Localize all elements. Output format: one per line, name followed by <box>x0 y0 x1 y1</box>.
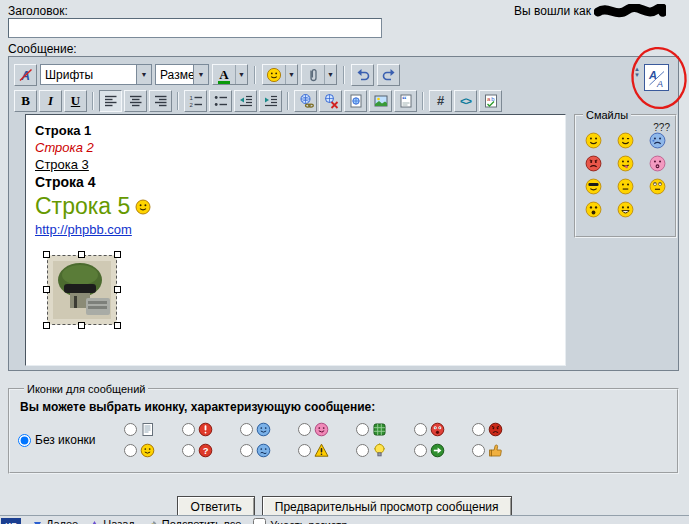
post-icon-eek-red-radio[interactable] <box>414 423 427 436</box>
indent-button[interactable] <box>259 90 282 112</box>
title-input[interactable] <box>8 18 382 38</box>
post-icon-arrow-green-radio[interactable] <box>414 444 427 457</box>
smiley-neutral[interactable] <box>617 178 634 195</box>
post-icon-smile-blue[interactable] <box>240 422 298 437</box>
outdent-button[interactable] <box>234 90 257 112</box>
post-icon-thumbs-up-radio[interactable] <box>472 444 485 457</box>
wysiwyg-mode-toggle-button[interactable]: A A <box>644 64 669 91</box>
selection-handle[interactable] <box>43 251 50 258</box>
font-color-icon: A <box>219 68 228 81</box>
match-case-option[interactable]: Учесть регистр <box>253 518 347 524</box>
bold-button[interactable]: B <box>14 90 37 112</box>
insert-code-button[interactable]: # <box>429 90 452 112</box>
smiley-lol[interactable] <box>617 201 634 218</box>
ordered-list-button[interactable]: 12 <box>184 90 207 112</box>
redo-button[interactable] <box>377 64 400 86</box>
smiley-mad[interactable] <box>585 155 602 172</box>
insert-link-button[interactable] <box>294 90 317 112</box>
post-icon-razz-pink-radio[interactable] <box>298 423 311 436</box>
attach-file-dropdown[interactable]: ▼ <box>301 64 337 85</box>
smiley-rolleyes[interactable] <box>649 178 666 195</box>
post-icon-mad-red[interactable] <box>472 422 530 437</box>
post-icon-warning[interactable] <box>298 443 356 458</box>
align-left-button[interactable] <box>99 90 122 112</box>
red-mad-icon <box>488 422 503 437</box>
insert-quote-button[interactable]: “ <box>394 90 417 112</box>
preview-button[interactable]: Предварительный просмотр сообщения <box>262 496 512 517</box>
smiley-smile[interactable] <box>585 132 602 149</box>
chevron-down-icon[interactable]: ▼ <box>235 65 247 84</box>
post-icon-confused-blue[interactable] <box>240 443 298 458</box>
selection-handle[interactable] <box>43 322 50 329</box>
chevron-down-icon[interactable]: ▼ <box>285 65 297 84</box>
smiley-wink[interactable] <box>617 132 634 149</box>
remove-format-button[interactable]: A <box>14 64 37 86</box>
find-prev-button[interactable]: Назад <box>90 518 135 524</box>
special-chars-button[interactable]: ab <box>479 90 502 112</box>
insert-smiley-dropdown[interactable]: ▼ <box>262 64 298 85</box>
italic-button[interactable]: I <box>39 90 62 112</box>
bullet-list-button[interactable] <box>209 90 232 112</box>
post-icon-idea-radio[interactable] <box>356 444 369 457</box>
post-icon-smile-yellow[interactable] <box>124 443 182 458</box>
post-icon-confused-blue-radio[interactable] <box>240 444 253 457</box>
match-case-checkbox[interactable] <box>253 518 266 524</box>
undo-button[interactable] <box>351 64 374 86</box>
selection-handle[interactable] <box>78 322 85 329</box>
underline-button[interactable]: U <box>64 90 87 112</box>
font-color-button[interactable]: A ▼ <box>212 64 248 85</box>
remove-link-button[interactable] <box>319 90 342 112</box>
selection-handle[interactable] <box>43 286 50 293</box>
smiley-cry[interactable] <box>649 132 666 149</box>
fonts-dropdown[interactable]: Шрифты ▼ <box>40 64 152 85</box>
highlight-all-button[interactable]: Подсветить все <box>147 518 242 524</box>
toolbar-separator <box>254 66 256 84</box>
post-icon-grid-green[interactable] <box>356 422 414 437</box>
post-icon-arrow-green[interactable] <box>414 443 472 458</box>
post-icon-question-red-radio[interactable] <box>182 444 195 457</box>
selected-image[interactable] <box>43 251 121 329</box>
no-icon-option[interactable]: Без иконки <box>18 433 124 447</box>
view-source-button[interactable]: <> <box>454 90 477 112</box>
align-right-button[interactable] <box>149 90 172 112</box>
chevron-down-icon[interactable]: ▼ <box>136 65 151 84</box>
post-icon-exclaim[interactable] <box>182 422 240 437</box>
align-center-button[interactable] <box>124 90 147 112</box>
post-icon-smile-blue-radio[interactable] <box>240 423 253 436</box>
selection-handle[interactable] <box>114 251 121 258</box>
post-icon-note[interactable] <box>124 422 182 437</box>
post-icon-grid-green-radio[interactable] <box>356 423 369 436</box>
chevron-down-icon[interactable]: ▼ <box>324 65 336 84</box>
find-next-button[interactable]: Далее <box>33 518 78 524</box>
post-icon-note-radio[interactable] <box>124 423 137 436</box>
no-icon-radio[interactable] <box>18 434 31 447</box>
editor-hyperlink[interactable]: http://phpbb.com <box>35 221 556 238</box>
chevron-down-icon[interactable]: ▼ <box>193 65 208 84</box>
smiley-embarrassed[interactable] <box>649 155 666 172</box>
post-icon-exclaim-radio[interactable] <box>182 423 195 436</box>
reply-button[interactable]: Ответить <box>177 496 254 517</box>
selection-handle[interactable] <box>78 251 85 258</box>
insert-media-button[interactable] <box>344 90 367 112</box>
selection-handle[interactable] <box>114 322 121 329</box>
insert-image-button[interactable] <box>369 90 392 112</box>
post-icon-question-red[interactable]: ? <box>182 443 240 458</box>
smiley-cool[interactable] <box>585 178 602 195</box>
post-icon-warning-radio[interactable] <box>298 444 311 457</box>
post-icon-idea[interactable] <box>356 443 414 458</box>
post-icon-razz-pink[interactable] <box>298 422 356 437</box>
smiley-shocked[interactable] <box>585 201 602 218</box>
smiley-razz[interactable] <box>617 155 634 172</box>
post-icon-thumbs-up[interactable] <box>472 443 530 458</box>
editor-line-4: Строка 4 <box>35 173 556 192</box>
size-dropdown[interactable]: Разме ▼ <box>155 64 209 85</box>
toolbar-collapse-control[interactable]: ▲ ▼ <box>634 66 640 78</box>
wysiwyg-editor: A Шрифты ▼ Разме ▼ A ▼ <box>8 56 679 371</box>
ordered-list-icon: 12 <box>188 93 204 109</box>
post-icon-eek-red[interactable] <box>414 422 472 437</box>
selection-handle[interactable] <box>114 286 121 293</box>
find-input-selected-text[interactable]: ив <box>1 518 21 524</box>
editor-content-area[interactable]: Строка 1 Строка 2 Строка 3 Строка 4 Стро… <box>25 114 566 366</box>
post-icon-smile-yellow-radio[interactable] <box>124 444 137 457</box>
post-icon-mad-red-radio[interactable] <box>472 423 485 436</box>
